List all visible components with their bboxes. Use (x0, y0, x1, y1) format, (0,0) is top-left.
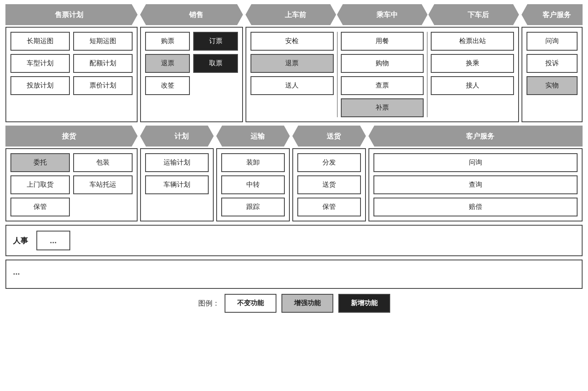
btn-home-pickup[interactable]: 上门取货 (10, 175, 70, 194)
btn-book-ticket[interactable]: 订票 (193, 32, 238, 51)
plan-panel: 运输计划 车辆计划 (140, 148, 214, 221)
transport-block: 运输 装卸 中转 跟踪 (216, 126, 290, 221)
btn-physical[interactable]: 实物 (527, 76, 578, 95)
transport-panel: 装卸 中转 跟踪 (216, 148, 290, 221)
legend-row: 图例： 不变功能 增强功能 新增功能 (5, 294, 583, 313)
btn-transfer[interactable]: 换乘 (431, 54, 514, 73)
btn-check-ticket[interactable]: 查票 (341, 76, 424, 95)
customer-service-top-grid: 问询 投诉 实物 (527, 32, 578, 95)
sales-block: 销售 购票 订票 退票 取票 改签 (140, 4, 243, 122)
btn-release-plan[interactable]: 投放计划 (10, 76, 70, 95)
btn-inquiry-bottom[interactable]: 问询 (373, 153, 578, 172)
divider-1 (337, 32, 337, 117)
customer-service-bottom-grid: 问询 查询 赔偿 (373, 153, 578, 216)
customer-service-top-block: 客户服务 问询 投诉 实物 (522, 4, 583, 122)
btn-tracking[interactable]: 跟踪 (221, 198, 285, 216)
btn-entrust[interactable]: 委托 (10, 153, 70, 172)
btn-vehicle-plan[interactable]: 车型计划 (10, 54, 70, 73)
sales-empty (193, 76, 238, 95)
after-board-panel: 检票出站 换乘 接人 (431, 32, 514, 117)
before-board-header: 上车前 (245, 4, 336, 25)
btn-price-plan[interactable]: 票价计划 (73, 76, 133, 95)
customer-service-bottom-block: 客户服务 问询 查询 赔偿 (368, 126, 583, 221)
btn-compensation[interactable]: 赔偿 (373, 198, 578, 216)
ticket-plan-grid: 长期运图 短期运图 车型计划 配额计划 投放计划 票价计划 (10, 32, 133, 95)
sales-header: 销售 (140, 4, 243, 25)
on-board-header: 乘车中 (337, 4, 428, 25)
btn-send-person[interactable]: 送人 (251, 76, 334, 95)
ticket-plan-header: 售票计划 (5, 4, 138, 25)
btn-transfer-goods[interactable]: 中转 (221, 175, 285, 194)
btn-load-unload[interactable]: 装卸 (221, 153, 285, 172)
bottom-section: 接货 委托 包装 上门取货 车站托运 保管 计划 运输计划 车辆计划 (5, 126, 583, 221)
btn-distribute[interactable]: 分发 (297, 153, 361, 172)
delivery-grid: 分发 送货 保管 (297, 153, 361, 216)
btn-refund-before[interactable]: 退票 (251, 54, 334, 73)
sales-grid: 购票 订票 退票 取票 改签 (145, 32, 238, 95)
delivery-block: 送货 分发 送货 保管 (292, 126, 366, 221)
btn-station-freight[interactable]: 车站托运 (73, 175, 133, 194)
btn-quota-plan[interactable]: 配额计划 (73, 54, 133, 73)
btn-short-route[interactable]: 短期运图 (73, 32, 133, 51)
boarding-block: 上车前 乘车中 下车后 安检 退票 送人 (245, 4, 519, 122)
misc-dots: ... (13, 267, 20, 277)
btn-exit-check[interactable]: 检票出站 (431, 32, 514, 51)
legend-btn-unchanged[interactable]: 不变功能 (225, 294, 276, 313)
divider-2 (427, 32, 427, 117)
receive-goods-block: 接货 委托 包装 上门取货 车站托运 保管 (5, 126, 138, 221)
plan-header: 计划 (140, 126, 214, 147)
btn-query[interactable]: 查询 (373, 175, 578, 194)
btn-refund-ticket[interactable]: 退票 (145, 54, 190, 73)
legend-label: 图例： (198, 298, 220, 308)
ticket-plan-panel: 长期运图 短期运图 车型计划 配额计划 投放计划 票价计划 (5, 27, 138, 122)
receive-goods-panel: 委托 包装 上门取货 车站托运 保管 (5, 148, 138, 221)
ticket-plan-block: 售票计划 长期运图 短期运图 车型计划 配额计划 投放计划 票价计划 (5, 4, 138, 122)
receive-goods-header: 接货 (5, 126, 138, 147)
transport-grid: 装卸 中转 跟踪 (221, 153, 285, 216)
before-board-panel: 安检 退票 送人 (251, 32, 334, 117)
sales-panel: 购票 订票 退票 取票 改签 (140, 27, 243, 122)
after-board-header: 下车后 (428, 4, 519, 25)
top-section: 售票计划 长期运图 短期运图 车型计划 配额计划 投放计划 票价计划 销售 (5, 4, 583, 122)
btn-storage-receive[interactable]: 保管 (10, 198, 70, 216)
transport-header: 运输 (216, 126, 290, 147)
btn-supplement-ticket[interactable]: 补票 (341, 98, 424, 117)
btn-long-route[interactable]: 长期运图 (10, 32, 70, 51)
hr-label: 人事 (13, 236, 28, 246)
legend-btn-enhanced[interactable]: 增强功能 (281, 294, 333, 313)
misc-section: ... (5, 260, 583, 289)
btn-buy-ticket[interactable]: 购票 (145, 32, 190, 51)
btn-storage-delivery[interactable]: 保管 (297, 198, 361, 216)
legend-btn-new[interactable]: 新增功能 (338, 294, 390, 313)
plan-block: 计划 运输计划 车辆计划 (140, 126, 214, 221)
btn-packing[interactable]: 包装 (73, 153, 133, 172)
boarding-panel: 安检 退票 送人 用餐 购物 查票 补票 检票出站 换乘 接人 (245, 27, 519, 122)
customer-service-top-header: 客户服务 (522, 4, 583, 25)
btn-deliver[interactable]: 送货 (297, 175, 361, 194)
btn-security[interactable]: 安检 (251, 32, 334, 51)
customer-service-top-panel: 问询 投诉 实物 (522, 27, 583, 122)
btn-meal[interactable]: 用餐 (341, 32, 424, 51)
hr-section: 人事 ... (5, 225, 583, 256)
delivery-panel: 分发 送货 保管 (292, 148, 366, 221)
main-container: 售票计划 长期运图 短期运图 车型计划 配额计划 投放计划 票价计划 销售 (5, 4, 583, 313)
customer-service-bottom-header: 客户服务 (368, 126, 583, 147)
btn-shopping[interactable]: 购物 (341, 54, 424, 73)
btn-inquiry-top[interactable]: 问询 (527, 32, 578, 51)
btn-transport-plan[interactable]: 运输计划 (145, 153, 209, 172)
on-board-panel: 用餐 购物 查票 补票 (341, 32, 424, 117)
btn-pick-person[interactable]: 接人 (431, 76, 514, 95)
btn-change-ticket[interactable]: 改签 (145, 76, 190, 95)
hr-dots-box: ... (36, 231, 70, 250)
receive-goods-grid: 委托 包装 上门取货 车站托运 保管 (10, 153, 133, 216)
btn-vehicle-plan-2[interactable]: 车辆计划 (145, 175, 209, 194)
plan-grid: 运输计划 车辆计划 (145, 153, 209, 194)
btn-collect-ticket[interactable]: 取票 (193, 54, 238, 73)
boarding-headers-row: 上车前 乘车中 下车后 (245, 4, 519, 25)
delivery-header: 送货 (292, 126, 366, 147)
btn-complaint[interactable]: 投诉 (527, 54, 578, 73)
customer-service-bottom-panel: 问询 查询 赔偿 (368, 148, 583, 221)
